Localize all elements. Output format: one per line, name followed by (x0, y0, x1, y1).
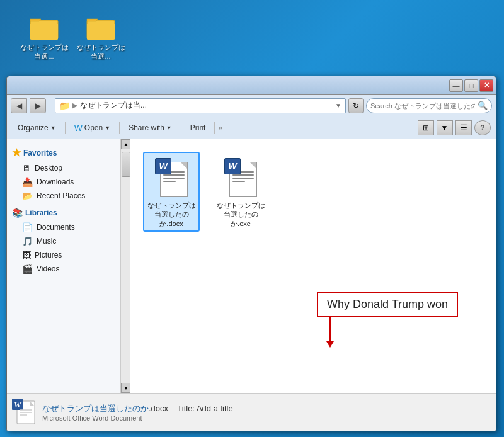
view-button-arrow[interactable]: ▼ (437, 120, 453, 135)
file-icon-exe-area: W (220, 156, 261, 200)
toolbar-right: ⊞ ▼ ☰ ? (418, 120, 491, 135)
downloads-icon-small: 📥 (22, 177, 33, 187)
sidebar-section-libraries: 📚 Libraries 📄 Documents 🎵 Music 🖼 Pictur… (7, 205, 120, 276)
main-content: ★ Favorites 🖥 Desktop 📥 Downloads 📂 Rece… (7, 139, 496, 393)
close-button[interactable]: ✕ (479, 79, 493, 92)
address-path-text: なぜトランプは当... (80, 100, 333, 111)
address-folder-icon: 📁 (59, 101, 70, 111)
search-icon: 🔍 (478, 101, 488, 110)
desktop-icon-2[interactable]: なぜトランプは当選... (76, 13, 126, 61)
search-input[interactable] (370, 102, 475, 110)
folder-icon-1 (29, 13, 59, 43)
file-item-exe[interactable]: W なぜトランプは当選したのか.exe (212, 152, 269, 232)
status-info: なぜトランプは当選したのか.docx Title: Add a title Mi… (42, 403, 491, 422)
word-badge-exe: W (224, 158, 241, 174)
favorites-label: Favorites (23, 149, 57, 157)
sidebar-music-label: Music (37, 237, 56, 246)
more-button[interactable]: » (218, 123, 222, 132)
file-icon-docx-area: W (151, 156, 192, 200)
sidebar-item-downloads[interactable]: 📥 Downloads (7, 175, 120, 189)
sidebar: ★ Favorites 🖥 Desktop 📥 Downloads 📂 Rece… (7, 139, 120, 393)
status-title-value: Add a title (197, 404, 233, 413)
view-button-1[interactable]: ⊞ (418, 120, 434, 135)
annotation: Why Donald Trump won (317, 292, 458, 343)
toolbar: Organize ▼ W Open ▼ Share with ▼ Print »… (7, 116, 496, 139)
sidebar-recent-places-label: Recent Places (37, 191, 85, 200)
title-bar-buttons: — □ ✕ (449, 79, 493, 92)
file-item-docx[interactable]: W なぜトランプは当選したのか.docx (143, 152, 200, 232)
status-word-icon-svg: W (12, 399, 37, 426)
sidebar-item-pictures[interactable]: 🖼 Pictures (7, 248, 120, 262)
refresh-button[interactable]: ↻ (348, 98, 364, 113)
doc-line-2 (163, 174, 185, 176)
open-arrow: ▼ (105, 125, 110, 131)
address-dropdown-arrow[interactable]: ▼ (335, 102, 341, 109)
toolbar-sep-3 (181, 122, 181, 134)
doc-line-exe-2 (232, 174, 254, 176)
forward-button[interactable]: ▶ (30, 98, 46, 113)
annotation-arrow (329, 317, 331, 343)
sidebar-container: ★ Favorites 🖥 Desktop 📥 Downloads 📂 Rece… (7, 139, 130, 393)
desktop-icons: なぜトランプは当選... なぜトランプは当選... (0, 0, 504, 74)
sidebar-downloads-label: Downloads (37, 178, 74, 186)
back-button[interactable]: ◀ (11, 98, 27, 113)
word-doc-icon-exe: W (224, 158, 257, 197)
scroll-thumb[interactable] (122, 152, 130, 177)
annotation-text: Why Donald Trump won (327, 298, 448, 310)
word-doc-icon-docx: W (155, 158, 188, 197)
sidebar-item-desktop[interactable]: 🖥 Desktop (7, 161, 120, 175)
sidebar-section-favorites: ★ Favorites 🖥 Desktop 📥 Downloads 📂 Rece… (7, 144, 120, 203)
explorer-window: — □ ✕ ◀ ▶ 📁 ▶ なぜトランプは当... ▼ ↻ 🔍 Organize… (6, 76, 496, 431)
address-bar: ◀ ▶ 📁 ▶ なぜトランプは当... ▼ ↻ 🔍 (7, 95, 496, 116)
doc-line-exe-3 (232, 178, 254, 179)
address-path[interactable]: 📁 ▶ なぜトランプは当... ▼ (55, 98, 346, 113)
search-box[interactable]: 🔍 (366, 98, 492, 113)
scroll-arrow-down[interactable]: ▼ (121, 383, 131, 393)
view-button-2[interactable]: ☰ (455, 120, 472, 135)
status-title-label: Title: (177, 404, 195, 413)
sidebar-videos-label: Videos (37, 264, 59, 273)
organize-label: Organize (18, 123, 49, 132)
status-extension: .docx (149, 404, 168, 413)
status-file-icon: W (12, 399, 37, 426)
address-arrow: ▶ (72, 101, 77, 110)
sidebar-favorites-header[interactable]: ★ Favorites (7, 144, 120, 161)
minimize-button[interactable]: — (449, 79, 463, 92)
favorites-star-icon: ★ (12, 147, 21, 159)
libraries-icon: 📚 (12, 208, 23, 218)
status-bar: W なぜトランプは当選したのか.docx Title: Add a title … (7, 393, 496, 431)
sidebar-libraries-header[interactable]: 📚 Libraries (7, 205, 120, 220)
sidebar-item-music[interactable]: 🎵 Music (7, 234, 120, 248)
doc-line-3 (163, 178, 185, 179)
doc-line-exe-4 (232, 181, 245, 182)
help-button[interactable]: ? (474, 120, 491, 135)
desktop-icon-1[interactable]: なぜトランプは当選... (19, 13, 69, 61)
sidebar-item-documents[interactable]: 📄 Documents (7, 220, 120, 234)
desktop-icon-1-label: なぜトランプは当選... (19, 43, 69, 61)
share-with-button[interactable]: Share with ▼ (123, 120, 178, 136)
scroll-arrow-up[interactable]: ▲ (121, 139, 131, 149)
status-filename-highlight: なぜトランプは当選したのか (42, 404, 149, 413)
svg-text:W: W (14, 400, 22, 409)
organize-button[interactable]: Organize ▼ (12, 120, 62, 136)
pictures-icon: 🖼 (22, 250, 31, 260)
sidebar-item-recent-places[interactable]: 📂 Recent Places (7, 189, 120, 203)
sidebar-scrollbar[interactable]: ▲ ▼ (120, 139, 130, 393)
sidebar-documents-label: Documents (37, 223, 75, 232)
music-icon: 🎵 (22, 236, 33, 246)
sidebar-libraries-label: Libraries (25, 208, 57, 217)
sidebar-item-videos[interactable]: 🎬 Videos (7, 262, 120, 276)
toolbar-sep-1 (65, 122, 66, 134)
toolbar-sep-2 (119, 122, 120, 134)
share-arrow: ▼ (166, 125, 172, 131)
share-with-label: Share with (129, 123, 164, 132)
title-bar: — □ ✕ (7, 76, 496, 95)
maximize-button[interactable]: □ (464, 79, 478, 92)
word-badge-docx: W (155, 158, 171, 174)
file-area: W なぜトランプは当選したのか.docx (130, 139, 496, 393)
open-button[interactable]: W Open ▼ (69, 120, 117, 136)
print-button[interactable]: Print (185, 120, 212, 136)
doc-line-4 (163, 181, 176, 182)
sidebar-pictures-label: Pictures (35, 251, 62, 259)
annotation-box: Why Donald Trump won (317, 292, 458, 317)
